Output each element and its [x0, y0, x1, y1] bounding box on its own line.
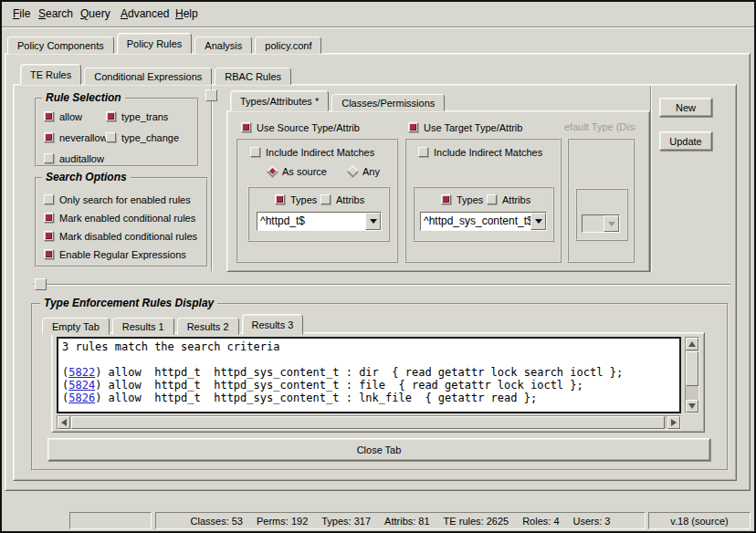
criteria-pane-edge — [650, 87, 652, 272]
apol-window: File Search Query Advanced Help Policy C… — [0, 0, 756, 533]
scroll-left-button[interactable] — [58, 416, 70, 429]
target-type-value[interactable]: ^httpd_sys_content_t$ — [421, 213, 530, 230]
vertical-scroll-thumb[interactable] — [686, 351, 698, 386]
horizontal-scrollbar[interactable] — [57, 415, 681, 430]
rule-link[interactable]: 5822 — [68, 366, 95, 379]
menu-search[interactable]: Search — [35, 2, 77, 26]
tab-policy-components[interactable]: Policy Components — [7, 37, 114, 54]
radio-indicator — [347, 165, 359, 177]
checkbox-indicator — [44, 153, 54, 163]
vertical-scrollbar[interactable] — [685, 337, 699, 413]
checkbox-label: Mark disabled conditional rules — [59, 231, 197, 242]
arrow-down-icon — [688, 403, 696, 409]
checkbox-source-indirect[interactable]: Include Indirect Matches — [250, 146, 374, 158]
checkbox-type-trans[interactable]: type_trans — [106, 110, 168, 122]
stat-types: Types: 317 — [321, 516, 371, 527]
checkbox-mark-enabled-conditional[interactable]: Mark enabled conditional rules — [44, 212, 195, 224]
tab-conditional-expressions[interactable]: Conditional Expressions — [84, 68, 212, 85]
menu-advanced[interactable]: Advanced — [117, 2, 173, 26]
scroll-down-button[interactable] — [686, 400, 698, 413]
checkbox-indicator — [44, 132, 54, 142]
checkbox-indicator — [320, 194, 331, 204]
checkbox-source-attribs[interactable]: Attribs — [320, 193, 364, 205]
checkbox-indicator — [250, 147, 260, 157]
chevron-down-icon — [370, 219, 377, 224]
tab-empty-tab[interactable]: Empty Tab — [42, 318, 110, 335]
rule-line: (5826) allow httpd_t httpd_sys_content_t… — [62, 392, 676, 404]
checkbox-label: type_trans — [121, 111, 168, 122]
checkbox-auditallow[interactable]: auditallow — [44, 152, 104, 164]
rule-line: (5822) allow httpd_t httpd_sys_content_t… — [62, 366, 676, 379]
horizontal-sash-handle[interactable] — [35, 278, 47, 290]
tab-rbac-rules[interactable]: RBAC Rules — [215, 68, 291, 85]
checkbox-label: auditallow — [59, 153, 104, 164]
stat-attribs: Attribs: 81 — [384, 516, 430, 527]
menu-file[interactable]: File — [9, 2, 34, 26]
checkbox-label: Include Indirect Matches — [266, 147, 374, 158]
checkbox-label: Enable Regular Expressions — [59, 249, 186, 260]
radio-as-source[interactable]: As source — [268, 165, 327, 177]
checkbox-indicator — [441, 194, 451, 204]
checkbox-allow[interactable]: allow — [44, 110, 82, 122]
source-type-value[interactable]: ^httpd_t$ — [257, 213, 365, 230]
close-tab-button[interactable]: Close Tab — [47, 438, 710, 461]
results-text[interactable]: 3 rules match the search criteria (5822)… — [57, 337, 681, 413]
checkbox-label: Attribs — [502, 194, 530, 205]
stat-roles: Roles: 4 — [522, 516, 559, 527]
vertical-sash-handle[interactable] — [205, 89, 217, 101]
checkbox-target-indirect[interactable]: Include Indirect Matches — [418, 146, 542, 158]
checkbox-neverallow[interactable]: neverallow — [44, 131, 108, 143]
horizontal-scroll-thumb[interactable] — [71, 416, 665, 429]
checkbox-enable-regex[interactable]: Enable Regular Expressions — [44, 248, 186, 260]
chevron-down-icon — [535, 219, 542, 224]
checkbox-indicator — [408, 122, 418, 132]
rule-text: allow httpd_t httpd_sys_content_t : lnk_… — [109, 392, 538, 404]
tab-types-attributes[interactable]: Types/Attributes * — [230, 90, 329, 111]
checkbox-label: neverallow — [59, 132, 108, 143]
menu-query[interactable]: Query — [77, 2, 114, 26]
checkbox-use-source-type[interactable]: Use Source Type/Attrib — [241, 121, 360, 133]
vertical-sash-line — [211, 87, 213, 271]
checkbox-use-target-type[interactable]: Use Target Type/Attrib — [408, 121, 522, 133]
checkbox-indicator — [106, 111, 116, 121]
main-tab-row: Policy Components Policy Rules Analysis … — [7, 33, 324, 54]
new-button[interactable]: New — [659, 98, 712, 117]
checkbox-target-attribs[interactable]: Attribs — [487, 193, 530, 205]
scroll-up-button[interactable] — [686, 338, 698, 350]
checkbox-indicator — [44, 231, 54, 241]
radio-any[interactable]: Any — [349, 165, 380, 177]
rules-tab-row: TE Rules Conditional Expressions RBAC Ru… — [20, 64, 294, 85]
checkbox-target-types[interactable]: Types — [441, 193, 483, 205]
source-type-combobox[interactable]: ^httpd_t$ — [257, 212, 382, 231]
stat-classes: Classes: 53 — [191, 516, 243, 527]
tab-results-2[interactable]: Results 2 — [177, 318, 239, 335]
tab-analysis[interactable]: Analysis — [194, 37, 252, 54]
checkbox-label: Attribs — [336, 194, 364, 205]
checkbox-label: allow — [59, 111, 82, 122]
checkbox-mark-disabled-conditional[interactable]: Mark disabled conditional rules — [44, 230, 197, 242]
tab-results-1[interactable]: Results 1 — [112, 318, 174, 335]
combo-dropdown-button[interactable] — [530, 213, 546, 230]
tab-policy-rules[interactable]: Policy Rules — [117, 33, 193, 54]
rule-line: (5824) allow httpd_t httpd_sys_content_t… — [62, 379, 676, 392]
scroll-right-button[interactable] — [667, 416, 680, 429]
checkbox-indicator — [44, 111, 54, 121]
version-label: v.18 (source) — [670, 516, 728, 527]
checkbox-only-enabled-rules[interactable]: Only search for enabled rules — [44, 193, 191, 205]
checkbox-type-change[interactable]: type_change — [106, 131, 179, 143]
checkbox-source-types[interactable]: Types — [275, 193, 317, 205]
menu-help[interactable]: Help — [172, 2, 202, 26]
target-type-combobox[interactable]: ^httpd_sys_content_t$ — [420, 212, 547, 231]
rule-link[interactable]: 5824 — [68, 379, 95, 392]
stat-perms: Perms: 192 — [257, 516, 308, 527]
combo-dropdown-button[interactable] — [365, 213, 381, 230]
tab-classes-permissions[interactable]: Classes/Permissions — [331, 94, 445, 111]
blank-line — [62, 353, 676, 366]
tab-results-3[interactable]: Results 3 — [242, 314, 304, 335]
tab-policy-conf[interactable]: policy.conf — [255, 37, 321, 54]
update-button[interactable]: Update — [659, 131, 712, 151]
tab-te-rules[interactable]: TE Rules — [20, 64, 81, 85]
radio-indicator — [267, 165, 278, 177]
rule-link[interactable]: 5826 — [68, 392, 95, 404]
arrow-up-icon — [688, 341, 696, 347]
